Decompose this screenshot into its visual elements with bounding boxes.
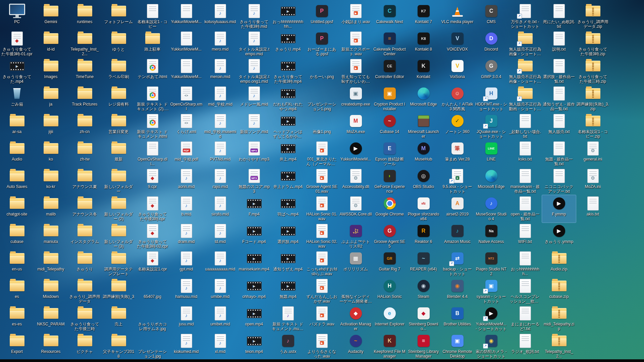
desktop-icon[interactable]: ◆9.cpr — [136, 168, 169, 195]
desktop-icon[interactable]: es-es — [0, 305, 34, 333]
desktop-icon[interactable]: EEpson 接続診断ツール — [373, 140, 407, 168]
desktop-icon[interactable]: ↗無人販売不正行為画像 - ショートカッ... — [508, 30, 542, 58]
desktop-icon[interactable]: Aairset2-2019 — [440, 195, 474, 223]
desktop-icon[interactable]: es — [0, 278, 34, 305]
desktop-icon[interactable]: ▶きゅうり.mp4 — [271, 30, 305, 58]
desktop-icon[interactable]: open - 親作品一覧.txt — [508, 195, 542, 223]
desktop-icon[interactable]: Track Pictures — [68, 85, 102, 113]
desktop-icon[interactable]: きゅうりボカコレ用サムネ.jpg — [136, 305, 169, 333]
desktop-icon[interactable]: かるーい.png — [305, 58, 339, 85]
desktop-icon[interactable]: DDiscord — [474, 30, 508, 58]
desktop-icon[interactable]: ▶羽ばへ.mp4 — [271, 195, 305, 223]
desktop-icon[interactable]: テンポあて.html — [136, 58, 169, 85]
desktop-icon[interactable]: ↗無人販売不正行為画像 - ショートカット — [508, 58, 542, 85]
desktop-icon[interactable]: ♪mid_学校.mid — [203, 85, 237, 113]
desktop-icon[interactable]: ko — [34, 140, 68, 168]
desktop-icon[interactable]: ▶答え知ってても恥ずかしいわこれ.wav — [339, 58, 373, 85]
desktop-icon[interactable]: ✓ノートン 360 — [440, 113, 474, 140]
desktop-icon[interactable]: ~Audacity — [339, 333, 373, 360]
desktop-icon[interactable]: zh-cn — [68, 113, 102, 140]
desktop-icon[interactable]: 父子キャンプ2018 — [102, 333, 136, 360]
desktop-icon[interactable]: midi_Telepathy — [34, 250, 68, 278]
desktop-icon[interactable]: ♪メドレー風.mid — [237, 85, 271, 113]
desktop-icon[interactable]: ♪タイトル未設定.tempo.mid — [237, 30, 271, 58]
desktop-icon[interactable]: きゅうり — [68, 250, 102, 278]
desktop-icon[interactable]: ▶こっちehdすおfdsbらぶ.wav — [305, 250, 339, 278]
desktop-icon[interactable]: ▶open.mp4 — [237, 305, 271, 333]
desktop-icon[interactable]: ♪kotusytuaaus.mid — [203, 3, 237, 30]
taskbar[interactable] — [0, 359, 644, 362]
desktop-icon[interactable]: jijii — [34, 113, 68, 140]
desktop-icon[interactable]: ▶teion.mp4 — [237, 333, 271, 360]
desktop-icon[interactable]: ▶小銭詰まり.wav — [339, 3, 373, 30]
desktop-icon[interactable]: きゅうり食ってた午後3時.zip — [576, 30, 610, 58]
desktop-icon[interactable]: ▶Groove Agent SE 01.wav — [305, 168, 339, 195]
desktop-icon[interactable]: きゅうり_調声用データ.zip — [576, 3, 610, 30]
desktop-icon[interactable]: ko-kr — [34, 168, 68, 195]
desktop-icon[interactable]: en-us — [0, 250, 34, 278]
desktop-icon[interactable]: 選択肢 - 親作品一覧.txt — [542, 58, 576, 85]
desktop-icon[interactable]: akis.txt — [576, 195, 610, 223]
desktop-icon[interactable]: ♪hamusu.mid — [169, 278, 203, 305]
desktop-icon[interactable]: KKeepforest File Manager — [373, 333, 407, 360]
desktop-icon[interactable]: アナウンス冬 — [68, 195, 102, 223]
desktop-icon[interactable]: ♪きゅうり食ってた午後3時.mid — [237, 3, 271, 30]
desktop-icon[interactable]: ▦ポリリリズム — [339, 250, 373, 278]
desktop-icon[interactable]: ▣Chrome Remote Desktop — [440, 333, 474, 360]
desktop-icon[interactable]: ピクチャ — [68, 333, 102, 360]
desktop-icon[interactable]: MP3わかりやす!.mp3 — [237, 140, 271, 168]
desktop-icon[interactable]: ▶無題.mp4 — [271, 278, 305, 305]
desktop-icon[interactable]: ♪MuseScore Studio 4 — [474, 195, 508, 223]
desktop-icon[interactable]: Audio — [0, 140, 34, 168]
desktop-icon[interactable]: ▶新規エクスポート.wav — [339, 30, 373, 58]
desktop-icon[interactable]: Telepathy_Inst_2... — [68, 30, 102, 58]
desktop-icon[interactable]: ♪mero.mid — [203, 30, 237, 58]
desktop-icon[interactable]: ▶だれもFXいれたやつ.mp4 — [271, 85, 305, 113]
desktop-icon[interactable]: HHALion Sonic — [373, 278, 407, 305]
desktop-icon[interactable]: runtimes — [68, 3, 102, 30]
desktop-icon[interactable]: きゅうり食ってた午後三時 — [68, 305, 102, 333]
desktop-icon[interactable]: ↗万引きメモ.txt - ショートカット — [508, 3, 542, 30]
desktop-icon[interactable]: ♪meroin.mid — [203, 58, 237, 85]
desktop-icon[interactable]: ♪xl.mid — [203, 333, 237, 360]
desktop-icon[interactable]: 65407.jpg — [136, 278, 169, 305]
desktop-icon[interactable]: chatgpt-site — [0, 195, 34, 223]
desktop-icon[interactable]: ◉↗家の防犯カメラ - ショートカット — [474, 333, 508, 360]
desktop-icon[interactable]: ♪Amazon Music — [440, 223, 474, 250]
desktop-icon[interactable]: 最新 — [102, 140, 136, 168]
desktop-icon[interactable]: YukkuriMovieM... — [169, 30, 203, 58]
desktop-icon[interactable]: GGroove Agent SE 5 — [373, 223, 407, 250]
desktop-icon[interactable]: KKontakt — [407, 58, 440, 85]
desktop-icon[interactable]: フォトフレーム — [102, 3, 136, 30]
desktop-icon[interactable]: VVOICEVOX — [440, 30, 474, 58]
desktop-icon[interactable]: ▶よりうるさくなった.wav — [305, 333, 339, 360]
desktop-icon[interactable]: レジ袋有料 — [102, 85, 136, 113]
desktop-icon[interactable]: 画像1.png — [305, 113, 339, 140]
desktop-icon[interactable]: TimeTune — [68, 58, 102, 85]
desktop-icon[interactable]: ⚙AWSSDK.Core.dll — [339, 195, 373, 223]
desktop-icon[interactable]: Images — [34, 58, 68, 85]
desktop-icon[interactable]: ▶HALion Sonic 01.wav — [305, 195, 339, 223]
desktop-icon[interactable]: インスタグラム — [68, 223, 102, 250]
desktop-icon[interactable]: cubase.zip — [542, 278, 576, 305]
desktop-icon[interactable]: きゅうり_調声用データ — [68, 278, 102, 305]
desktop-icon[interactable]: 新しいフォルダー (2) — [102, 195, 136, 223]
desktop-icon[interactable]: 新しいフォルダー — [102, 168, 136, 195]
desktop-icon[interactable]: GGIMP 3.0.4 — [474, 58, 508, 85]
desktop-icon[interactable]: ▶通知うぜえ.mp4 — [271, 250, 305, 278]
desktop-icon[interactable]: Audio.zip — [542, 250, 576, 278]
desktop-icon[interactable]: PUntitled.ppsf — [305, 3, 339, 30]
desktop-icon[interactable]: OpenCvSharp.dll... — [136, 140, 169, 168]
desktop-icon[interactable]: ♪uaaaaaaaaa.mid — [203, 250, 237, 278]
desktop-icon[interactable]: LINELINE — [474, 140, 508, 168]
desktop-icon[interactable]: ▶きゅうり食ってた午後3時.mp4 — [271, 58, 305, 85]
desktop-icon[interactable]: RReaktor 6 — [407, 223, 440, 250]
desktop-icon[interactable]: ▶ずんだもん_しおかぜ.wav — [305, 278, 339, 305]
desktop-icon[interactable]: ♪td.mid — [203, 223, 237, 250]
desktop-icon[interactable]: zh-tw — [68, 140, 102, 168]
desktop-icon[interactable]: ja — [34, 85, 68, 113]
desktop-icon[interactable]: ♪sirofo.mid — [203, 195, 237, 223]
desktop-icon[interactable]: ▶きゅうり.ymmp — [542, 223, 576, 250]
desktop-icon[interactable]: 売上 — [102, 305, 136, 333]
desktop-icon[interactable]: ~REAPER (x64) — [407, 250, 440, 278]
